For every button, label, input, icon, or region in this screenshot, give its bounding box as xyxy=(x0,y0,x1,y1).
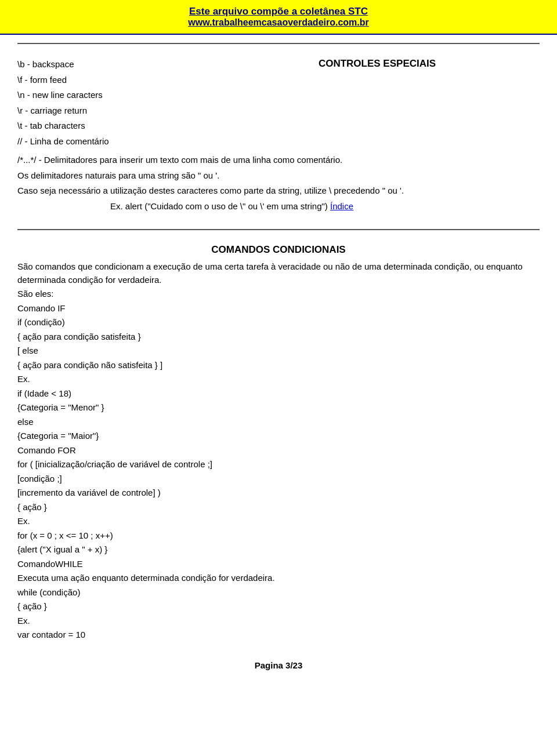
comando-if: Comando IF xyxy=(17,302,540,315)
comando-while: ComandoWHILE xyxy=(17,558,540,571)
divider-mid xyxy=(17,229,540,230)
if-action: { ação para condição satisfeita } xyxy=(17,330,540,344)
ex3: Ex. xyxy=(17,615,540,628)
header-line1: Este arquivo compõe a coletânea STC xyxy=(12,6,545,17)
categoria-maior: {Categoria = "Maior"} xyxy=(17,430,540,443)
header-banner: Este arquivo compõe a coletânea STC www.… xyxy=(0,0,557,35)
while-cond: while (condição) xyxy=(17,586,540,599)
formfeed-line: \f - form feed xyxy=(17,74,215,87)
page-footer: Pagina 3/23 xyxy=(0,660,557,682)
for-example: for (x = 0 ; x <= 10 ; x++) xyxy=(17,529,540,543)
categoria-menor: {Categoria = "Menor" } xyxy=(17,401,540,415)
comandos-section: COMANDOS CONDICIONAIS São comandos que c… xyxy=(0,238,557,649)
controles-section: \b - backspace \f - form feed \n - new l… xyxy=(0,52,557,221)
else-action: { ação para condição não satisfeita } ] xyxy=(17,359,540,372)
if-cond: if (condição) xyxy=(17,316,540,329)
backspace-line: \b - backspace xyxy=(17,58,215,71)
alert-example: {alert ("X igual a " + x) } xyxy=(17,543,540,557)
newline-line: \n - new line caracters xyxy=(17,89,215,102)
while-action: { ação } xyxy=(17,600,540,613)
ex1: Ex. xyxy=(17,373,540,386)
var-contador: var contador = 10 xyxy=(17,628,540,642)
for-cond: [condição ;] xyxy=(17,472,540,486)
intro-text: São comandos que condicionam a execução … xyxy=(17,260,540,286)
for-syntax: for ( [inicialização/criação de variável… xyxy=(17,458,540,471)
else-word: else xyxy=(17,416,540,429)
controls-left: \b - backspace \f - form feed \n - new l… xyxy=(17,58,215,150)
controls-right: CONTROLES ESPECIAIS xyxy=(215,58,540,150)
caso-necessario: Caso seja necessário a utilização destes… xyxy=(17,184,540,198)
example-alert: Ex. alert ("Cuidado com o uso de \" ou \… xyxy=(110,200,540,213)
delimiter-line: /*...*/ - Delimitadores para inserir um … xyxy=(17,154,540,167)
page-number: Pagina 3/23 xyxy=(255,660,303,670)
controles-title: CONTROLES ESPECIAIS xyxy=(215,58,540,70)
divider-top xyxy=(17,43,540,44)
for-action: { ação } xyxy=(17,501,540,514)
tab-line: \t - tab characters xyxy=(17,119,215,133)
carriage-line: \r - carriage return xyxy=(17,104,215,118)
comandos-intro: São comandos que condicionam a execução … xyxy=(17,260,540,642)
comandos-title: COMANDOS CONDICIONAIS xyxy=(17,244,540,256)
comment-line: // - Linha de comentário xyxy=(17,135,215,148)
delimitadores-naturais: Os delimitadores naturais para uma strin… xyxy=(17,169,540,183)
ex2: Ex. xyxy=(17,515,540,528)
index-link[interactable]: Índice xyxy=(330,201,353,211)
else-open: [ else xyxy=(17,344,540,358)
if-idade: if (Idade < 18) xyxy=(17,387,540,401)
sao-eles: São eles: xyxy=(17,288,540,301)
while-desc: Executa uma ação enquanto determinada co… xyxy=(17,572,540,585)
header-line2: www.trabalheemcasaoverdadeiro.com.br xyxy=(12,17,545,28)
for-inc: [incremento da variável de controle] ) xyxy=(17,486,540,500)
comando-for: Comando FOR xyxy=(17,444,540,457)
